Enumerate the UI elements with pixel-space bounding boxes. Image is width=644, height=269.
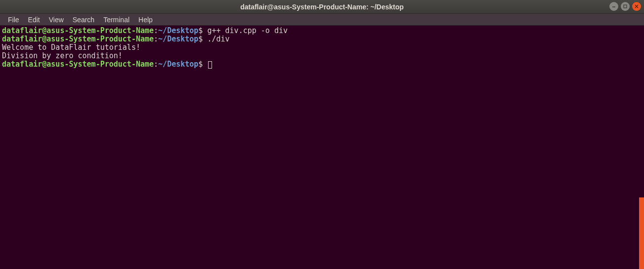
prompt-tilde: ~ — [158, 35, 163, 43]
maximize-icon — [623, 4, 628, 9]
prompt-slash: / — [163, 26, 167, 35]
terminal-line: dataflair@asus-System-Product-Name:~/Des… — [2, 35, 642, 43]
prompt-slash: / — [163, 35, 167, 43]
prompt-dir: Desktop — [167, 26, 198, 35]
prompt-tilde: ~ — [158, 26, 163, 35]
window-controls — [609, 2, 641, 11]
window-titlebar: dataflair@asus-System-Product-Name: ~/De… — [0, 0, 644, 14]
prompt-dir: Desktop — [167, 35, 198, 43]
menu-terminal[interactable]: Terminal — [99, 15, 133, 25]
prompt-user-host: dataflair@asus-System-Product-Name — [2, 26, 154, 35]
terminal-line: dataflair@asus-System-Product-Name:~/Des… — [2, 60, 642, 69]
menu-file[interactable]: File — [4, 15, 23, 25]
prompt-user-host: dataflair@asus-System-Product-Name — [2, 35, 154, 43]
menu-edit[interactable]: Edit — [24, 15, 44, 25]
prompt-user-host: dataflair@asus-System-Product-Name — [2, 60, 154, 69]
terminal-body[interactable]: dataflair@asus-System-Product-Name:~/Des… — [0, 26, 644, 269]
prompt-tilde: ~ — [158, 60, 163, 69]
close-button[interactable] — [632, 2, 641, 11]
prompt-slash: / — [163, 60, 167, 69]
menu-view[interactable]: View — [45, 15, 68, 25]
prompt-dir: Desktop — [167, 60, 198, 69]
terminal-output: Welcome to DataFlair tutorials! — [2, 43, 642, 52]
terminal-line: dataflair@asus-System-Product-Name:~/Des… — [2, 27, 642, 35]
window-title: dataflair@asus-System-Product-Name: ~/De… — [240, 3, 404, 11]
prompt-colon: : — [154, 60, 158, 69]
scrollbar[interactable] — [639, 197, 644, 269]
command-text: ./div — [203, 35, 229, 43]
maximize-button[interactable] — [621, 2, 630, 11]
cursor-icon — [208, 61, 212, 69]
menu-help[interactable]: Help — [134, 15, 157, 25]
prompt-colon: : — [154, 35, 158, 43]
terminal-output: Division by zero condition! — [2, 52, 642, 60]
minimize-icon — [611, 4, 616, 9]
close-icon — [634, 4, 639, 9]
prompt-colon: : — [154, 26, 158, 35]
command-text — [203, 60, 207, 69]
minimize-button[interactable] — [609, 2, 618, 11]
command-text: g++ div.cpp -o div — [203, 26, 288, 35]
menubar: File Edit View Search Terminal Help — [0, 14, 644, 26]
menu-search[interactable]: Search — [69, 15, 98, 25]
svg-rect-1 — [624, 5, 627, 8]
